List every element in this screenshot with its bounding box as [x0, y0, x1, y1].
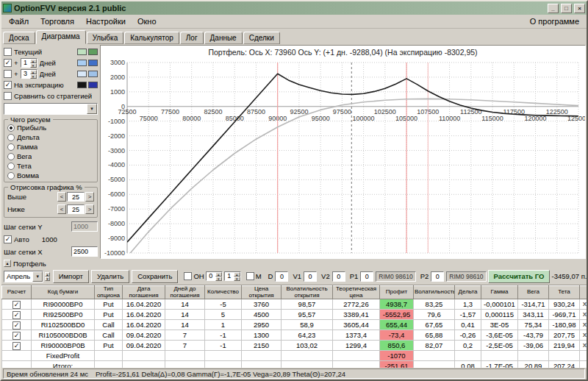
draw-option-Прибыль[interactable]: Прибыль	[7, 123, 94, 132]
column-header[interactable]: Цена открытия	[242, 286, 282, 299]
tab-Диаграмма[interactable]: Диаграмма	[36, 30, 86, 44]
color-swatch[interactable]	[77, 82, 87, 88]
increase-button[interactable]: >	[85, 204, 94, 214]
decrease-button[interactable]: <	[57, 204, 66, 214]
spinner-down-icon[interactable]: ▼	[30, 74, 37, 79]
tab-Калькулятор[interactable]: Калькулятор	[124, 32, 179, 44]
radio-icon[interactable]	[7, 172, 15, 179]
row-checkbox[interactable]: ✓	[12, 311, 21, 319]
tab-Сделки[interactable]: Сделки	[243, 32, 280, 44]
menu-Окно[interactable]: Окно	[132, 16, 162, 26]
column-header[interactable]: Дельта	[455, 286, 481, 299]
menu-Настройки[interactable]: Настройки	[80, 16, 132, 26]
color-swatch[interactable]	[88, 60, 98, 66]
draw-option-Вега[interactable]: Вега	[7, 152, 94, 161]
color-swatch[interactable]	[88, 82, 98, 88]
draw-option-Вомма[interactable]: Вомма	[7, 171, 94, 180]
maximize-button[interactable]: □	[561, 4, 572, 13]
month-spinner[interactable]: ▲ ▼	[45, 272, 49, 281]
color-swatch[interactable]	[77, 71, 87, 77]
radio-icon[interactable]	[7, 134, 15, 141]
menu-Торговля[interactable]: Торговля	[35, 16, 80, 26]
radio-icon[interactable]	[7, 153, 15, 160]
column-header[interactable]: Гамма	[481, 286, 518, 299]
column-header[interactable]: Профит	[380, 286, 414, 299]
radio-icon[interactable]	[7, 143, 15, 151]
toggle-checkbox[interactable]: ✓	[4, 81, 12, 89]
column-header[interactable]: Волатильность открытия	[282, 286, 333, 299]
param-input[interactable]: 0	[332, 271, 345, 282]
decrease-button[interactable]: <	[57, 192, 66, 202]
draw-option-Тета[interactable]: Тета	[7, 161, 94, 171]
spinner-down-icon[interactable]: ▼	[30, 63, 37, 68]
column-header[interactable]: Дата погашения	[123, 286, 165, 299]
tab-Лог[interactable]: Лог	[180, 32, 204, 44]
strategy-combo[interactable]: ▼	[4, 103, 98, 115]
spinner-down-icon[interactable]: ▼	[215, 277, 222, 281]
row-checkbox[interactable]: ✓	[12, 342, 21, 350]
column-header[interactable]	[580, 286, 587, 299]
grid-x-input[interactable]: 2500	[71, 246, 98, 257]
title-bar[interactable]: OptionFVV версия 2.1 public _ □ ×	[1, 1, 587, 15]
row-checkbox[interactable]: ✓	[12, 301, 21, 309]
column-header[interactable]: Тета	[549, 286, 580, 299]
column-header[interactable]: Волатильность	[414, 286, 455, 299]
oh-checkbox[interactable]	[184, 272, 192, 280]
row-checkbox[interactable]: ✓	[12, 321, 21, 330]
toggle-checkbox[interactable]	[4, 92, 12, 100]
payoff-chart[interactable]: -10000-9000-8000-7000-6000-5000-4000-300…	[101, 58, 586, 257]
param-input[interactable]: 0	[360, 271, 373, 282]
month-combo[interactable]: Апрель ▼	[4, 271, 43, 282]
delete-row-button[interactable]: X	[580, 310, 587, 320]
menu-Файл[interactable]: Файл	[3, 16, 35, 26]
color-swatch[interactable]	[88, 49, 98, 55]
tab-Улыбка[interactable]: Улыбка	[87, 32, 124, 44]
save-button[interactable]: Сохранить	[132, 270, 178, 283]
close-button[interactable]: ×	[574, 4, 585, 13]
toggle-checkbox[interactable]: ✓	[4, 59, 12, 67]
color-swatch[interactable]	[88, 71, 98, 77]
toggle-checkbox[interactable]	[4, 70, 12, 78]
chevron-down-icon[interactable]: ▼	[87, 104, 97, 114]
spinner-down-icon[interactable]: ▼	[45, 277, 49, 281]
delete-row-button[interactable]: X	[580, 299, 587, 310]
delete-row-button[interactable]: X	[580, 341, 587, 351]
tab-Доска[interactable]: Доска	[3, 32, 35, 44]
param-input[interactable]: 0	[275, 271, 288, 282]
radio-icon[interactable]	[7, 124, 15, 132]
minimize-button[interactable]: _	[548, 4, 559, 13]
column-header[interactable]: Тип опциона	[95, 286, 123, 299]
row-checkbox[interactable]: ✓	[12, 332, 21, 340]
spinner-down-icon[interactable]: ▼	[234, 277, 240, 281]
column-header[interactable]: Количество	[205, 286, 242, 299]
auto-checkbox[interactable]: ✓	[4, 235, 12, 243]
oh-spinner[interactable]: 0▲▼	[206, 271, 223, 281]
days-spinner[interactable]: 3▲▼	[21, 69, 37, 79]
toggle-checkbox[interactable]	[4, 48, 12, 56]
draw-option-Гамма[interactable]: Гамма	[7, 142, 94, 152]
oh-spinner[interactable]: 1▲▼	[224, 271, 241, 281]
import-button[interactable]: Импорт	[53, 270, 89, 283]
delete-row-button[interactable]: X	[580, 320, 587, 330]
days-spinner[interactable]: 1▲▼	[21, 58, 37, 68]
delete-button[interactable]: Удалить	[91, 270, 129, 283]
delete-row-button[interactable]: X	[580, 330, 587, 341]
column-header[interactable]: Код бумаги	[32, 286, 95, 299]
increase-button[interactable]: >	[85, 192, 94, 202]
render-stepper[interactable]: <25>	[57, 204, 94, 214]
tab-Данные[interactable]: Данные	[204, 32, 243, 44]
render-stepper[interactable]: <25>	[57, 192, 94, 202]
param-input[interactable]: 0	[304, 271, 317, 282]
chevron-down-icon[interactable]: ▼	[32, 271, 43, 282]
column-header[interactable]: Вега	[518, 286, 549, 299]
color-swatch[interactable]	[77, 60, 87, 66]
column-header[interactable]: Дней до погашения	[165, 286, 205, 299]
draw-option-Дельта[interactable]: Дельта	[7, 132, 94, 142]
color-swatch[interactable]	[77, 49, 87, 55]
m-checkbox[interactable]	[246, 272, 254, 280]
calc-go-button[interactable]: Рассчитать ГО	[488, 270, 551, 283]
radio-icon[interactable]	[7, 163, 15, 170]
param-input[interactable]: 0	[431, 271, 444, 282]
column-header[interactable]: Теоретическая цена	[333, 286, 380, 299]
menu-about[interactable]: О программе	[524, 16, 585, 26]
